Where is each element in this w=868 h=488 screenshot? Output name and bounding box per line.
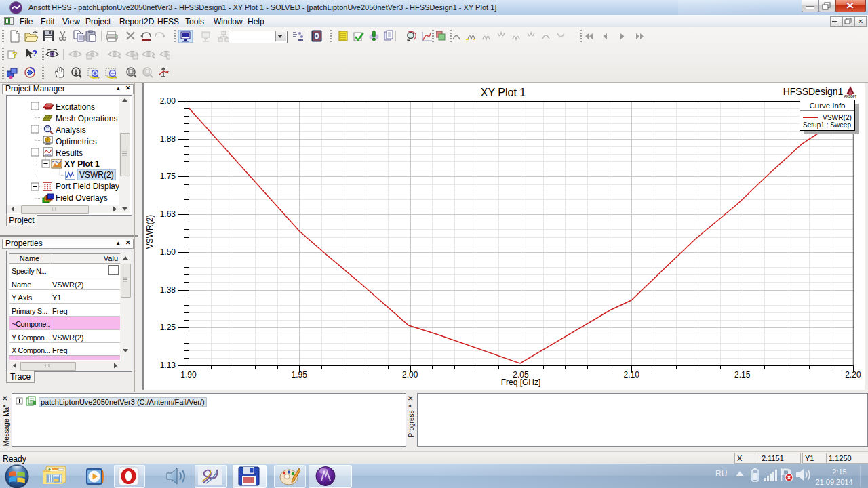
svg-text:2.00: 2.00 [160, 96, 176, 106]
svg-text:HFSSDesign1: HFSSDesign1 [783, 86, 844, 97]
svg-text:1.63: 1.63 [160, 209, 176, 219]
svg-text:Curve Info: Curve Info [810, 102, 846, 110]
svg-text:1.90: 1.90 [180, 370, 197, 380]
svg-text:1.13: 1.13 [160, 361, 176, 370]
svg-text:2.15: 2.15 [734, 370, 751, 380]
svg-text:2.20: 2.20 [845, 370, 861, 380]
svg-text:ANSOFT: ANSOFT [844, 95, 857, 98]
svg-text:?: ? [12, 49, 18, 60]
svg-text:XY Plot 1: XY Plot 1 [481, 87, 526, 98]
svg-text:1.50: 1.50 [160, 247, 176, 257]
svg-text:1.95: 1.95 [292, 370, 308, 380]
svg-text:1.38: 1.38 [160, 285, 176, 295]
svg-text:1.75: 1.75 [160, 171, 176, 181]
svg-text:1.88: 1.88 [160, 134, 176, 144]
svg-text:Freq [GHz]: Freq [GHz] [501, 378, 541, 387]
svg-text:1.25: 1.25 [160, 323, 176, 332]
svg-text:VSWR(2): VSWR(2) [145, 215, 155, 249]
svg-text:2.00: 2.00 [402, 370, 418, 380]
svg-text:2.10: 2.10 [624, 370, 640, 380]
svg-text:?: ? [32, 48, 37, 58]
svg-text:Setup1 : Sweep: Setup1 : Sweep [803, 121, 851, 129]
